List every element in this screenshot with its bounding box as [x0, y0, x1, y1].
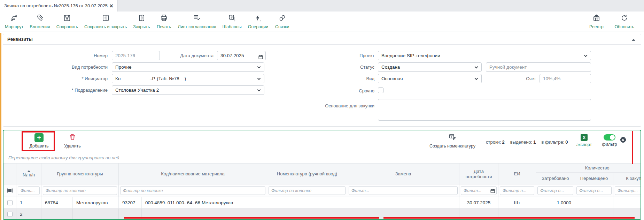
col-header-unit[interactable]: ЕИ [498, 164, 536, 184]
toolbar-label: Лист согласования [178, 24, 216, 29]
basis-label: Основание для закупки [271, 101, 374, 111]
cell-unit [498, 208, 536, 220]
urgent-checkbox[interactable] [378, 88, 383, 93]
toggle-on-icon[interactable] [604, 134, 615, 141]
doc-date-field[interactable]: 30.07.2025 [217, 51, 266, 60]
initiator-select[interactable]: Ко ..Р. (Таб. №78 ) [112, 74, 264, 83]
col-header-date[interactable]: Дата потребности [459, 164, 498, 184]
create-nomenclature-button[interactable]: Создать номенклатуру [421, 133, 484, 149]
attachments-button[interactable]: Вложения [30, 14, 50, 29]
row-checkbox[interactable] [7, 200, 13, 205]
select-all-checkbox[interactable] [7, 188, 13, 193]
basis-textarea[interactable] [378, 99, 591, 121]
toolbar-label: Печать [157, 24, 171, 29]
printer-icon [160, 14, 168, 23]
sort-asc-icon [28, 170, 30, 172]
filter-toggle[interactable]: фильтр [600, 134, 619, 147]
toolbar-label: Связки [275, 24, 289, 29]
save-button[interactable]: Сохранить [56, 14, 78, 29]
refresh-button[interactable]: Обновить [614, 14, 634, 29]
cell-num: 2 [16, 208, 41, 220]
rows-count: строки:2 [486, 139, 505, 145]
filter-input-unit[interactable] [500, 186, 534, 195]
save-and-close-button[interactable]: Сохранить и закрыть [84, 14, 127, 29]
account-field: 10%,4% [540, 74, 591, 83]
items-grid-panel: + Добавить Удалить Создать номенклатуру … [3, 130, 641, 220]
toolbar-label: Закрыть [133, 24, 150, 29]
filter-input-group[interactable] [43, 186, 117, 195]
department-select[interactable]: Столовая Участка 2 [112, 85, 264, 95]
cell-group-code: 68784 [41, 197, 73, 208]
filter-input-requested[interactable] [537, 186, 573, 195]
toolbar-label: Реестр [589, 24, 604, 29]
document-tab[interactable]: Заявка на потребность №2025-176 от 30.07… [0, 0, 118, 12]
toolbar-label: Шаблоны [222, 24, 241, 29]
filter-input-purchase[interactable] [615, 186, 641, 195]
project-select[interactable]: Внедрение SIP-телефонии [378, 51, 591, 60]
filter-input-material[interactable] [120, 186, 265, 195]
filter-input-num[interactable] [18, 186, 40, 195]
col-header-material[interactable]: Код/наименование материала [119, 164, 267, 184]
chevron-down-icon [257, 88, 261, 92]
project-label: Проект [271, 51, 374, 60]
tab-title: Заявка на потребность №2025-176 от 30.07… [4, 3, 108, 8]
col-header-manual[interactable]: Номенклатура (ручной ввод) [267, 164, 347, 184]
col-header-num[interactable]: № п/п [16, 164, 41, 184]
add-row-button[interactable]: + Добавить [26, 133, 52, 149]
toolbar-right-group: Реестр Обновить [589, 14, 634, 29]
cell-date [459, 208, 498, 220]
table-row[interactable]: 1 68784 Металлорукав 93207 000.4859. 011… [4, 197, 642, 208]
col-header-purchase[interactable]: К закупке [613, 173, 641, 184]
cell-requested [536, 208, 575, 220]
route-button[interactable]: Маршрут [5, 14, 23, 29]
grouping-drop-zone[interactable]: Перетащите сюда колонку для группировки … [3, 153, 641, 163]
tab-bar: Заявка на потребность №2025-176 от 30.07… [0, 0, 644, 12]
status-select[interactable]: Создана [378, 62, 482, 72]
filter-input-replace[interactable] [349, 186, 458, 195]
calendar-icon[interactable] [258, 53, 263, 60]
row-checkbox[interactable] [7, 212, 13, 217]
close-button[interactable]: Закрыть [133, 14, 150, 29]
approval-sheet-button[interactable]: Лист согласования [178, 14, 216, 29]
account-label: Счет [498, 74, 536, 83]
collapse-caret-icon[interactable] [632, 39, 635, 41]
cell-manual [267, 197, 347, 208]
cell-moved [575, 208, 613, 220]
department-label: * Подразделение [5, 85, 108, 95]
filter-input-moved[interactable] [576, 186, 612, 195]
cell-date: 30.07.2025 [459, 197, 498, 208]
need-type-select[interactable]: Прочие [112, 62, 264, 72]
grid-settings-button[interactable] [619, 136, 627, 145]
selected-count: выделено:1 [510, 139, 536, 145]
filter-input-manual[interactable] [269, 186, 346, 195]
kind-select[interactable]: Основная [378, 74, 482, 83]
col-header-group[interactable]: Группа номенклатуры [41, 164, 119, 184]
col-header-replace[interactable]: Замена [347, 164, 459, 184]
cell-num: 1 [16, 197, 41, 208]
links-button[interactable]: Связки [274, 14, 290, 29]
cell-unit: Шт [498, 197, 536, 208]
door-icon [138, 14, 146, 23]
delete-row-button[interactable]: Удалить [61, 133, 84, 149]
cell-purchase: 1.0000 [613, 197, 641, 208]
col-header-moved[interactable]: Перемещено [575, 173, 613, 184]
calendar-icon[interactable] [490, 188, 495, 195]
cell-material-code: 93207 [119, 197, 142, 208]
cell-material-name [142, 208, 267, 220]
number-field[interactable]: 2025-176 [112, 51, 160, 60]
tab-close-icon[interactable]: × [109, 3, 113, 9]
manual-document-field: Ручной документ [486, 62, 591, 72]
kind-label: Вид [271, 74, 374, 83]
col-header-requested[interactable]: Затребовано [536, 173, 575, 184]
urgent-label: Срочно [271, 86, 374, 96]
excel-icon: X [581, 134, 588, 141]
operations-button[interactable]: Операции [248, 14, 268, 29]
registry-button[interactable]: Реестр [589, 14, 604, 29]
save-close-icon [102, 14, 110, 23]
main-toolbar: Маршрут Вложения Сохранить Сохранить и з… [0, 12, 644, 31]
templates-button[interactable]: Шаблоны [222, 14, 241, 29]
table-row[interactable]: 2 [4, 208, 642, 220]
chevron-down-icon [257, 77, 261, 80]
export-excel-button[interactable]: X экспорт [574, 134, 594, 147]
print-button[interactable]: Печать [156, 14, 172, 29]
